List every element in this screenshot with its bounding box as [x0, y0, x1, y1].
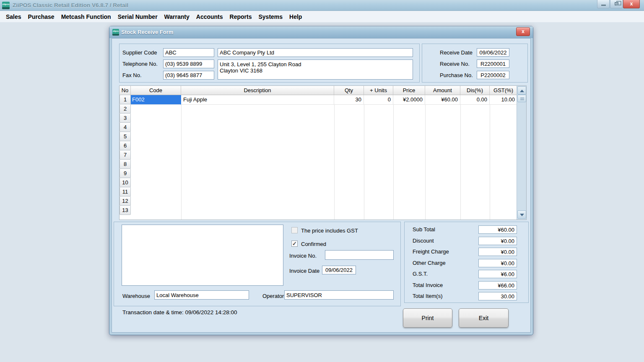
grid-divider [425, 95, 426, 220]
col-dis: Dis(%) [460, 86, 490, 95]
cell-description[interactable]: Fuji Apple [181, 95, 334, 105]
grid-scrollbar[interactable] [517, 86, 526, 220]
confirmed-label: Confirmed [301, 241, 326, 247]
grid-divider [393, 95, 394, 220]
supplier-code-input[interactable] [163, 48, 214, 57]
menu-help[interactable]: Help [286, 12, 305, 22]
col-units: + Units [364, 86, 393, 95]
close-window-button[interactable]: x [623, 0, 640, 8]
cell-gst[interactable]: 10.00 [490, 95, 517, 105]
table-row: F002 Fuji Apple 30 0 ¥2.0000 ¥60.00 0.00… [131, 95, 517, 105]
total-items-value: 30.00 [478, 292, 517, 300]
company-name-input[interactable] [218, 48, 413, 57]
fax-input[interactable] [163, 71, 214, 80]
cell-amount[interactable]: ¥60.00 [425, 95, 460, 105]
menu-metcash-function[interactable]: Metcash Function [58, 12, 114, 22]
close-dialog-button[interactable]: x [516, 27, 530, 36]
invoice-date-input[interactable] [322, 266, 356, 274]
col-amount: Amount [425, 86, 460, 95]
row-header[interactable]: 6 [119, 141, 131, 150]
price-includes-gst-checkbox[interactable] [291, 227, 298, 233]
print-button[interactable]: Print [403, 308, 452, 328]
col-no: No [119, 86, 131, 95]
grid-divider [460, 95, 461, 220]
row-header[interactable]: 12 [119, 196, 131, 206]
window-titlebar: ziipos ZiiPOS Classic Retail Edition V6.… [0, 0, 644, 11]
dialog-title: Stock Receive Form [121, 29, 173, 35]
receive-no-input[interactable] [477, 59, 509, 68]
col-gst: GST(%) [490, 86, 517, 95]
cell-units[interactable]: 0 [364, 95, 393, 105]
receive-info-group [422, 44, 528, 83]
col-code: Code [131, 86, 181, 95]
stock-items-grid: No Code Description Qty + Units Price Am… [119, 85, 527, 220]
menu-purchase[interactable]: Purchase [25, 12, 58, 22]
menu-sales[interactable]: Sales [3, 12, 25, 22]
invoice-no-label: Invoice No. [289, 253, 317, 259]
row-header[interactable]: 1 [119, 95, 131, 104]
minimize-icon [601, 5, 606, 6]
telephone-input[interactable] [163, 59, 214, 68]
app-icon: ziipos [2, 2, 10, 9]
receive-date-input[interactable] [477, 48, 509, 57]
cell-code-selected[interactable]: F002 [131, 95, 181, 105]
confirmed-checkbox[interactable]: ✓ [291, 240, 298, 247]
window-title: ZiiPOS Classic Retail Edition V6.8.7 / R… [13, 2, 128, 8]
subtotal-value: ¥60.00 [478, 225, 517, 234]
invoice-no-input[interactable] [325, 250, 394, 260]
notes-input[interactable] [122, 225, 283, 286]
row-header[interactable]: 9 [119, 168, 131, 178]
menu-bar: Sales Purchase Metcash Function Serial N… [0, 11, 644, 22]
purchase-no-input[interactable] [477, 71, 509, 79]
scroll-up-button[interactable] [517, 86, 526, 95]
maximize-button[interactable] [610, 0, 623, 8]
purchase-no-label: Purchase No. [440, 72, 473, 78]
row-header[interactable]: 4 [119, 122, 131, 132]
row-header[interactable]: 8 [119, 159, 131, 169]
menu-reports[interactable]: Reports [226, 12, 255, 22]
cell-qty[interactable]: 30 [334, 95, 364, 105]
fax-label: Fax No. [122, 72, 142, 78]
menu-serial-number[interactable]: Serial Number [114, 12, 161, 22]
row-header[interactable]: 2 [119, 104, 131, 114]
gst-value: ¥6.00 [478, 270, 517, 278]
row-header[interactable]: 11 [119, 187, 131, 197]
operator-label: Operator [262, 293, 284, 299]
stock-receive-form-dialog: ziipos Stock Receive Form x Supplier Cod… [109, 26, 533, 335]
grid-divider [181, 95, 182, 220]
minimize-button[interactable] [597, 0, 610, 8]
col-description: Description [181, 86, 334, 95]
grid-divider [334, 95, 335, 220]
warehouse-input[interactable] [154, 290, 249, 300]
col-price: Price [393, 86, 425, 95]
transaction-datetime-text: Transaction date & time: 09/06/2022 14:2… [122, 309, 237, 315]
scroll-down-button[interactable] [517, 210, 526, 219]
scroll-down-icon [520, 214, 524, 216]
row-headers: 1 2 3 4 5 6 7 8 9 10 11 12 13 [119, 95, 131, 215]
grid-divider [490, 95, 490, 220]
scroll-thumb[interactable] [517, 95, 526, 102]
row-header[interactable]: 13 [119, 205, 131, 215]
cell-price[interactable]: ¥2.0000 [393, 95, 425, 105]
price-includes-gst-label: The price includes GST [301, 228, 358, 234]
menu-accounts[interactable]: Accounts [193, 12, 226, 22]
row-header[interactable]: 5 [119, 132, 131, 141]
scroll-grip-icon [520, 98, 524, 98]
address-input[interactable]: Unit 3, Level 1, 255 Clayton Road Clayto… [218, 59, 413, 80]
menu-warranty[interactable]: Warranty [161, 12, 193, 22]
menu-systems[interactable]: Systems [255, 12, 286, 22]
exit-button[interactable]: Exit [459, 308, 509, 328]
warehouse-label: Warehouse [122, 293, 150, 299]
col-qty: Qty [334, 86, 364, 95]
other-charge-value: ¥0.00 [478, 259, 517, 267]
cell-dis[interactable]: 0.00 [460, 95, 490, 105]
grid-body: 1 2 3 4 5 6 7 8 9 10 11 12 13 F002 Fuji … [119, 95, 517, 220]
other-charge-label: Other Charge [413, 260, 446, 266]
operator-input[interactable] [284, 290, 394, 300]
receive-no-label: Receive No. [440, 61, 470, 67]
row-header[interactable]: 3 [119, 113, 131, 123]
row-header[interactable]: 10 [119, 178, 131, 187]
row-header[interactable]: 7 [119, 150, 131, 160]
subtotal-label: Sub Total [413, 226, 435, 233]
receive-date-label: Receive Date [440, 49, 473, 56]
